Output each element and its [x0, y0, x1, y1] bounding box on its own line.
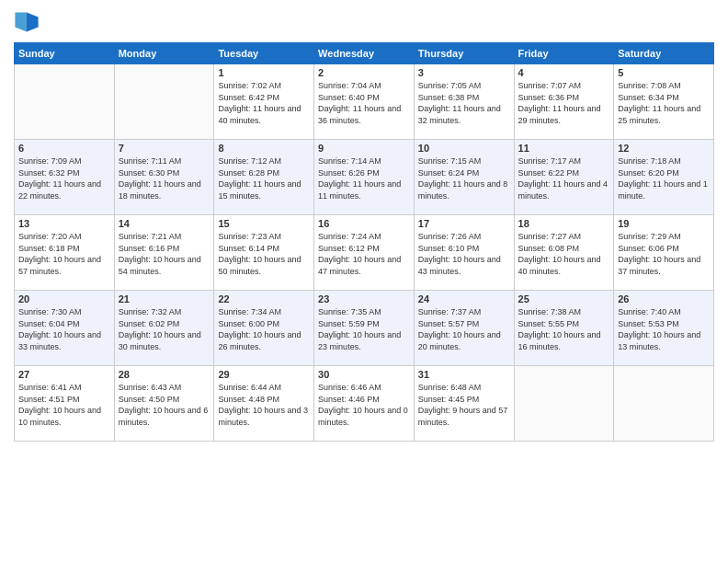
weekday-header-thursday: Thursday: [414, 43, 514, 64]
calendar-cell: 15Sunrise: 7:23 AM Sunset: 6:14 PM Dayli…: [214, 215, 314, 291]
weekday-header-saturday: Saturday: [614, 43, 714, 64]
week-row-4: 20Sunrise: 7:30 AM Sunset: 6:04 PM Dayli…: [15, 291, 714, 366]
day-info: Sunrise: 7:05 AM Sunset: 6:38 PM Dayligh…: [418, 80, 510, 126]
day-info: Sunrise: 7:14 AM Sunset: 6:26 PM Dayligh…: [318, 155, 410, 201]
day-number: 28: [119, 369, 210, 380]
calendar-cell: 24Sunrise: 7:37 AM Sunset: 5:57 PM Dayli…: [414, 291, 514, 366]
day-number: 31: [418, 369, 510, 380]
day-number: 1: [218, 67, 310, 78]
calendar-cell: [514, 366, 614, 442]
day-info: Sunrise: 7:08 AM Sunset: 6:34 PM Dayligh…: [618, 80, 710, 126]
day-number: 9: [318, 143, 410, 154]
page-header: [14, 9, 714, 35]
calendar-cell: 11Sunrise: 7:17 AM Sunset: 6:22 PM Dayli…: [514, 140, 614, 215]
calendar-cell: 26Sunrise: 7:40 AM Sunset: 5:53 PM Dayli…: [614, 291, 714, 366]
day-info: Sunrise: 7:37 AM Sunset: 5:57 PM Dayligh…: [418, 306, 510, 352]
calendar-cell: 1Sunrise: 7:02 AM Sunset: 6:42 PM Daylig…: [214, 64, 314, 140]
calendar-cell: 3Sunrise: 7:05 AM Sunset: 6:38 PM Daylig…: [414, 64, 514, 140]
day-number: 11: [518, 143, 610, 154]
day-number: 8: [218, 143, 310, 154]
calendar-cell: 22Sunrise: 7:34 AM Sunset: 6:00 PM Dayli…: [214, 291, 314, 366]
day-number: 24: [418, 293, 510, 304]
day-info: Sunrise: 7:11 AM Sunset: 6:30 PM Dayligh…: [119, 155, 210, 201]
calendar-cell: 19Sunrise: 7:29 AM Sunset: 6:06 PM Dayli…: [614, 215, 714, 291]
calendar-cell: 17Sunrise: 7:26 AM Sunset: 6:10 PM Dayli…: [414, 215, 514, 291]
day-number: 17: [418, 218, 510, 229]
calendar-cell: 28Sunrise: 6:43 AM Sunset: 4:50 PM Dayli…: [114, 366, 214, 442]
calendar-cell: 23Sunrise: 7:35 AM Sunset: 5:59 PM Dayli…: [314, 291, 415, 366]
main-container: SundayMondayTuesdayWednesdayThursdayFrid…: [0, 0, 728, 563]
day-number: 26: [618, 293, 710, 304]
calendar-cell: 4Sunrise: 7:07 AM Sunset: 6:36 PM Daylig…: [514, 64, 614, 140]
week-row-5: 27Sunrise: 6:41 AM Sunset: 4:51 PM Dayli…: [15, 366, 714, 442]
calendar-cell: 25Sunrise: 7:38 AM Sunset: 5:55 PM Dayli…: [514, 291, 614, 366]
day-info: Sunrise: 7:24 AM Sunset: 6:12 PM Dayligh…: [318, 231, 410, 277]
day-number: 30: [318, 369, 410, 380]
calendar-cell: 27Sunrise: 6:41 AM Sunset: 4:51 PM Dayli…: [15, 366, 115, 442]
logo: [14, 9, 43, 35]
day-info: Sunrise: 7:17 AM Sunset: 6:22 PM Dayligh…: [518, 155, 610, 201]
day-number: 20: [18, 293, 110, 304]
day-number: 19: [618, 218, 710, 229]
day-number: 14: [119, 218, 210, 229]
day-info: Sunrise: 7:23 AM Sunset: 6:14 PM Dayligh…: [218, 231, 310, 277]
calendar-cell: 12Sunrise: 7:18 AM Sunset: 6:20 PM Dayli…: [614, 140, 714, 215]
day-info: Sunrise: 7:18 AM Sunset: 6:20 PM Dayligh…: [618, 155, 710, 201]
weekday-header-friday: Friday: [514, 43, 614, 64]
calendar-table: SundayMondayTuesdayWednesdayThursdayFrid…: [14, 42, 714, 442]
calendar-cell: 20Sunrise: 7:30 AM Sunset: 6:04 PM Dayli…: [15, 291, 115, 366]
calendar-cell: 9Sunrise: 7:14 AM Sunset: 6:26 PM Daylig…: [314, 140, 415, 215]
day-info: Sunrise: 7:29 AM Sunset: 6:06 PM Dayligh…: [618, 231, 710, 277]
calendar-cell: 16Sunrise: 7:24 AM Sunset: 6:12 PM Dayli…: [314, 215, 415, 291]
day-number: 22: [218, 293, 310, 304]
calendar-cell: 29Sunrise: 6:44 AM Sunset: 4:48 PM Dayli…: [214, 366, 314, 442]
day-info: Sunrise: 7:30 AM Sunset: 6:04 PM Dayligh…: [18, 306, 110, 352]
day-info: Sunrise: 7:21 AM Sunset: 6:16 PM Dayligh…: [119, 231, 210, 277]
calendar-cell: 8Sunrise: 7:12 AM Sunset: 6:28 PM Daylig…: [214, 140, 314, 215]
day-number: 4: [518, 67, 610, 78]
weekday-header-wednesday: Wednesday: [314, 43, 415, 64]
day-number: 5: [618, 67, 710, 78]
day-number: 3: [418, 67, 510, 78]
day-number: 13: [18, 218, 110, 229]
day-info: Sunrise: 7:27 AM Sunset: 6:08 PM Dayligh…: [518, 231, 610, 277]
day-number: 7: [119, 143, 210, 154]
calendar-cell: [614, 366, 714, 442]
day-info: Sunrise: 7:32 AM Sunset: 6:02 PM Dayligh…: [119, 306, 210, 352]
weekday-header-tuesday: Tuesday: [214, 43, 314, 64]
calendar-cell: 21Sunrise: 7:32 AM Sunset: 6:02 PM Dayli…: [114, 291, 214, 366]
day-number: 25: [518, 293, 610, 304]
day-info: Sunrise: 7:15 AM Sunset: 6:24 PM Dayligh…: [418, 155, 510, 201]
calendar-cell: [15, 64, 115, 140]
day-info: Sunrise: 6:48 AM Sunset: 4:45 PM Dayligh…: [418, 382, 510, 428]
day-info: Sunrise: 6:44 AM Sunset: 4:48 PM Dayligh…: [218, 382, 310, 428]
day-info: Sunrise: 6:46 AM Sunset: 4:46 PM Dayligh…: [318, 382, 410, 428]
header-row: SundayMondayTuesdayWednesdayThursdayFrid…: [15, 43, 714, 64]
calendar-cell: 14Sunrise: 7:21 AM Sunset: 6:16 PM Dayli…: [114, 215, 214, 291]
day-number: 18: [518, 218, 610, 229]
day-number: 15: [218, 218, 310, 229]
logo-icon: [14, 9, 40, 35]
day-number: 12: [618, 143, 710, 154]
day-info: Sunrise: 7:02 AM Sunset: 6:42 PM Dayligh…: [218, 80, 310, 126]
day-info: Sunrise: 6:43 AM Sunset: 4:50 PM Dayligh…: [119, 382, 210, 428]
weekday-header-monday: Monday: [114, 43, 214, 64]
day-info: Sunrise: 7:04 AM Sunset: 6:40 PM Dayligh…: [318, 80, 410, 126]
calendar-cell: 30Sunrise: 6:46 AM Sunset: 4:46 PM Dayli…: [314, 366, 415, 442]
day-info: Sunrise: 7:12 AM Sunset: 6:28 PM Dayligh…: [218, 155, 310, 201]
week-row-3: 13Sunrise: 7:20 AM Sunset: 6:18 PM Dayli…: [15, 215, 714, 291]
calendar-cell: 6Sunrise: 7:09 AM Sunset: 6:32 PM Daylig…: [15, 140, 115, 215]
day-number: 2: [318, 67, 410, 78]
day-number: 16: [318, 218, 410, 229]
calendar-cell: [114, 64, 214, 140]
calendar-cell: 31Sunrise: 6:48 AM Sunset: 4:45 PM Dayli…: [414, 366, 514, 442]
week-row-1: 1Sunrise: 7:02 AM Sunset: 6:42 PM Daylig…: [15, 64, 714, 140]
day-info: Sunrise: 7:38 AM Sunset: 5:55 PM Dayligh…: [518, 306, 610, 352]
day-number: 6: [18, 143, 110, 154]
calendar-cell: 2Sunrise: 7:04 AM Sunset: 6:40 PM Daylig…: [314, 64, 415, 140]
day-number: 10: [418, 143, 510, 154]
day-info: Sunrise: 7:40 AM Sunset: 5:53 PM Dayligh…: [618, 306, 710, 352]
weekday-header-sunday: Sunday: [15, 43, 115, 64]
calendar-cell: 7Sunrise: 7:11 AM Sunset: 6:30 PM Daylig…: [114, 140, 214, 215]
calendar-cell: 5Sunrise: 7:08 AM Sunset: 6:34 PM Daylig…: [614, 64, 714, 140]
